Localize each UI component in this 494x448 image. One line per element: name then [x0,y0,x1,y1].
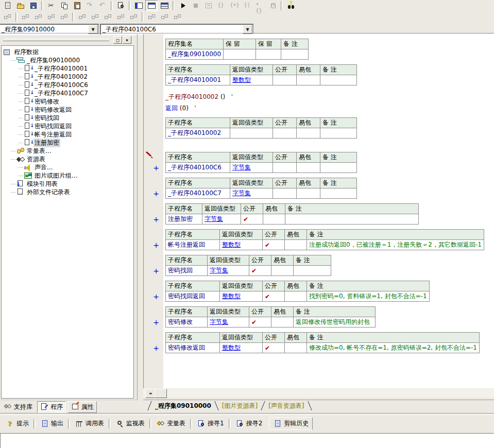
paste-button[interactable] [71,0,83,11]
return-type-cell[interactable]: 字节集 [208,317,249,328]
code-line[interactable]: _子程序04010002 () ' [165,93,233,104]
pane-button-5[interactable]: 变量表 [152,418,189,429]
code-block[interactable]: _子程序04010002 () '返回 (0) ' [165,93,233,115]
panel-grabber[interactable] [3,39,109,41]
easy-package-cell[interactable] [285,240,307,250]
document-tab[interactable]: _程序集09010000 [152,400,214,410]
return-type-cell[interactable]: 整数型 [220,240,263,250]
subroutine-name-cell[interactable]: 密码修改返回 [166,343,220,353]
return-type-link[interactable]: 整数型 [222,241,241,248]
return-type-cell[interactable] [230,128,273,139]
space-down-button[interactable] [114,11,127,23]
easy-package-cell[interactable] [271,266,294,276]
size-height-button[interactable] [158,11,171,23]
copy-button[interactable] [58,0,71,11]
align-top-button[interactable] [45,11,58,23]
expand-params-toggle[interactable]: + [152,344,160,352]
cut-button[interactable] [45,0,58,11]
tree-item-res[interactable]: 资源表 [2,155,133,163]
run-to-cursor-button[interactable] [253,0,266,11]
easy-package-cell[interactable] [285,343,307,353]
easy-package-cell[interactable] [297,188,320,199]
expand-params-toggle[interactable]: + [152,293,160,300]
tree-item-sub[interactable]: _子程序040100C7 [2,89,133,97]
return-type-link[interactable]: 字节集 [210,318,228,325]
panel-maximize-button[interactable]: □ [113,36,122,44]
subroutine-name-cell[interactable]: _子程序040100C6 [166,163,230,173]
expand-params-toggle[interactable]: + [152,190,160,197]
reserved-cell[interactable] [281,49,309,60]
comment-cell[interactable] [320,188,357,199]
center-vertical-button[interactable] [89,11,101,23]
easy-package-cell[interactable] [285,291,307,302]
document-tab[interactable]: [声音资源表] [265,400,307,410]
return-type-link[interactable]: 字节集 [232,164,251,171]
expand-params-toggle[interactable]: + [152,267,160,274]
comment-cell[interactable]: 注册成功返回0，已被注册＝1，注册失败＝2，其它数据返回-1 [307,240,484,250]
return-type-link[interactable]: 整数型 [232,76,251,83]
return-type-cell[interactable]: 整数型 [220,343,263,353]
code-line[interactable]: 返回 (0) ' [165,104,233,115]
size-width-button[interactable] [145,11,158,23]
public-flag-cell[interactable]: ✔ [263,343,285,353]
pane-button-8[interactable]: 剪辑历史 [269,417,313,430]
dock-tab-lib[interactable]: 支持库 [1,402,35,412]
layout-top-button[interactable] [145,0,158,11]
easy-package-cell[interactable] [297,163,320,173]
tree-item-sub[interactable]: 密码找回返回 [2,122,133,130]
align-right-button[interactable] [32,11,45,23]
save-button[interactable] [27,0,40,11]
comment-cell[interactable]: 修改成功=0, 帐号不存在=1, 原密码错误=2, 封包不合法=-1 [307,343,480,353]
pane-button-1[interactable]: 提示 [2,418,32,429]
reserved-cell[interactable] [256,49,281,60]
tree-item-module[interactable]: 模块引用表 [2,180,133,188]
comment-cell[interactable] [320,75,357,85]
find-help-button[interactable] [284,0,297,11]
reserved-cell[interactable] [224,49,256,60]
undo-button[interactable] [96,0,109,11]
center-horizontal-button[interactable] [76,11,89,23]
easy-package-cell[interactable] [263,214,285,225]
return-type-cell[interactable]: 字节集 [230,188,273,199]
public-flag-cell[interactable]: ✔ [249,317,271,328]
form-tool-button[interactable] [1,11,14,23]
comment-cell[interactable] [320,163,357,173]
pane-button-2[interactable]: 输出 [37,418,67,429]
stop-button[interactable] [189,0,202,11]
open-file-button[interactable] [14,0,27,11]
public-flag-cell[interactable] [273,75,297,85]
pane-button-6[interactable]: 搜寻1 [193,418,228,429]
easy-package-cell[interactable] [271,317,294,328]
align-left-button[interactable] [19,11,32,23]
subroutine-name-cell[interactable]: _子程序04010001 [166,75,230,85]
return-type-cell[interactable]: 整数型 [220,291,263,302]
layout-left-button[interactable] [132,0,145,11]
step-over-button[interactable] [215,0,228,11]
tree-item-const[interactable]: 常量表... [2,147,133,155]
easy-package-cell[interactable] [297,75,320,85]
easy-package-cell[interactable] [297,128,320,139]
public-flag-cell[interactable]: ✔ [249,266,271,276]
debug-window-button[interactable] [202,0,215,11]
redo-button[interactable] [83,0,96,11]
return-type-link[interactable]: 整数型 [222,344,241,351]
scroll-left-button[interactable]: ◄ [145,389,155,398]
tree-item-sub[interactable]: 密码找回 [2,114,133,122]
scrollbar-thumb[interactable] [155,389,167,398]
align-bottom-button[interactable] [58,11,71,23]
subroutine-name-cell[interactable]: 密码修改 [166,317,208,328]
step-out-button[interactable] [241,0,253,11]
comment-cell[interactable] [320,128,357,139]
tree-item-sub[interactable]: 密码修改返回 [2,106,133,114]
subroutine-name-cell[interactable]: 密码找回 [166,266,208,276]
comment-cell[interactable]: 返回修改传世密码用的封包 [294,317,376,328]
tree-item-pic[interactable]: 图片或图片组... [2,171,133,180]
comment-cell[interactable] [294,266,331,276]
return-type-link[interactable]: 字节集 [210,267,228,274]
pause-button[interactable] [266,0,279,11]
dock-tab-props[interactable]: 属性 [68,401,97,413]
tree-item-ext[interactable]: 外部文件记录表 [2,188,133,196]
subroutine-name-cell[interactable]: 密码找回返回 [166,291,220,302]
return-type-cell[interactable]: 字节集 [202,214,241,225]
public-flag-cell[interactable] [273,128,297,139]
